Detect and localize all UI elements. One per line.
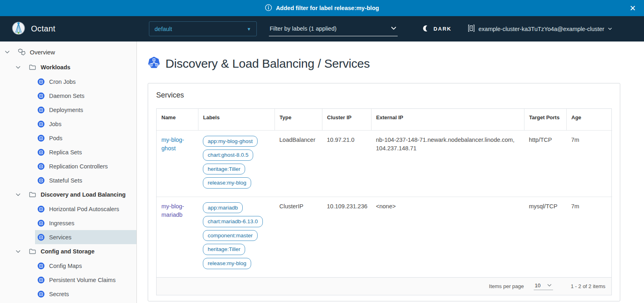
notification-bar: Added filter for label release:my-blog ✕ — [0, 0, 644, 16]
age: 7m — [566, 197, 612, 277]
sidebar-item-cron-jobs[interactable]: Cron Jobs — [35, 75, 136, 89]
sidebar-item-label: Workloads — [41, 64, 70, 71]
sidebar-item-discovery-and-load-balancing[interactable]: Discovery and Load Balancing — [0, 187, 136, 202]
persistent-volume-claims-icon — [37, 276, 45, 284]
sidebar-item-replication-controllers[interactable]: Replication Controllers — [35, 159, 136, 173]
jobs-icon — [37, 120, 45, 128]
sidebar-item-pods[interactable]: Pods — [35, 131, 136, 145]
chevron-down-icon[interactable] — [4, 49, 10, 55]
sidebar-item-config-and-storage[interactable]: Config and Storage — [0, 244, 136, 259]
sidebar-item-daemon-sets[interactable]: Daemon Sets — [35, 89, 136, 103]
sidebar-item-secrets[interactable]: Secrets — [35, 287, 136, 301]
column-header-labels: Labels — [198, 109, 275, 130]
sidebar-item-jobs[interactable]: Jobs — [35, 117, 136, 131]
config-maps-icon — [37, 262, 45, 270]
sidebar-item-horizontal-pod-autoscalers[interactable]: Horizontal Pod Autoscalers — [35, 202, 136, 216]
table-pagination: Items per page 10 1 - 2 of 2 items — [157, 277, 611, 295]
column-header-age: Age — [566, 109, 612, 130]
app-title: Octant — [31, 24, 56, 33]
sidebar-item-label: Jobs — [49, 121, 62, 127]
column-header-cluster-ip: Cluster IP — [322, 109, 371, 130]
notification-text: Added filter for label release:my-blog — [276, 5, 379, 11]
label-filter-dropdown[interactable]: Filter by labels (1 applied) — [269, 21, 398, 36]
main-content: Discovery & Load Balancing / Services Se… — [137, 42, 644, 303]
overview-icon — [18, 48, 26, 56]
sidebar-item-label: Config Maps — [49, 263, 82, 269]
caret-down-icon: ▼ — [247, 27, 251, 31]
replication-controllers-icon — [37, 163, 45, 170]
sidebar-item-label: Daemon Sets — [49, 93, 85, 99]
column-header-target-ports: Target Ports — [524, 109, 566, 130]
items-per-page-label: Items per page — [489, 283, 524, 289]
notification-close-button[interactable]: ✕ — [626, 0, 639, 16]
cron-jobs-icon — [37, 78, 45, 85]
sidebar: OverviewWorkloadsCron JobsDaemon SetsDep… — [0, 42, 137, 303]
moon-icon — [423, 25, 429, 33]
card-title: Services — [156, 91, 612, 100]
app-header: Octant default ▼ Filter by labels (1 app… — [0, 16, 644, 42]
namespace-select[interactable]: default ▼ — [149, 21, 257, 36]
chevron-down-icon[interactable] — [15, 192, 21, 197]
label-pill[interactable]: release:my-blog — [203, 258, 251, 269]
sidebar-item-ingresses[interactable]: Ingresses — [35, 216, 136, 230]
octant-logo — [10, 20, 27, 38]
service-name-link[interactable]: my-blog-ghost — [161, 137, 184, 152]
chevron-down-icon[interactable] — [15, 249, 21, 254]
cluster-ip: 10.109.231.236 — [322, 197, 371, 277]
sidebar-item-label: Replication Controllers — [49, 163, 108, 170]
cluster-ip: 10.97.21.0 — [322, 130, 371, 197]
sidebar-item-label: Replica Sets — [49, 149, 82, 156]
age: 7m — [566, 130, 612, 197]
services-heptagon-icon — [148, 56, 160, 71]
folder-icon — [29, 191, 37, 198]
column-header-name: Name — [157, 109, 198, 130]
sidebar-item-config-maps[interactable]: Config Maps — [35, 259, 136, 273]
sidebar-item-label: Overview — [30, 49, 55, 56]
column-header-external-ip: External IP — [371, 109, 524, 130]
label-pill[interactable]: component:master — [203, 230, 258, 241]
label-pill[interactable]: app:my-blog-ghost — [203, 136, 258, 147]
pagination-range: 1 - 2 of 2 items — [571, 283, 605, 289]
horizontal-pod-autoscalers-icon — [37, 205, 45, 213]
target-ports: mysql/TCP — [524, 197, 566, 277]
label-pill[interactable]: heritage:Tiller — [203, 244, 245, 255]
sidebar-item-label: Discovery and Load Balancing — [41, 191, 126, 198]
theme-label: DARK — [433, 26, 452, 32]
folder-icon — [29, 64, 37, 71]
service-name-link[interactable]: my-blog-mariadb — [161, 203, 184, 218]
sidebar-item-services[interactable]: Services — [35, 230, 136, 244]
label-filter-text: Filter by labels (1 applied) — [270, 25, 336, 32]
deployments-icon — [37, 106, 45, 114]
sidebar-item-replica-sets[interactable]: Replica Sets — [35, 145, 136, 159]
sidebar-item-overview[interactable]: Overview — [0, 44, 136, 60]
sidebar-item-label: Horizontal Pod Autoscalers — [49, 206, 119, 212]
sidebar-item-deployments[interactable]: Deployments — [35, 103, 136, 117]
sidebar-item-stateful-sets[interactable]: Stateful Sets — [35, 173, 136, 187]
service-type: LoadBalancer — [275, 130, 322, 197]
sidebar-item-label: Ingresses — [49, 220, 74, 226]
services-icon — [37, 234, 45, 241]
brand: Octant — [0, 20, 137, 38]
label-pill[interactable]: chart:mariadb-6.13.0 — [203, 216, 263, 227]
label-pill[interactable]: app:mariadb — [203, 202, 243, 214]
page-size-select[interactable]: 10 — [534, 282, 553, 290]
label-pill[interactable]: release:my-blog — [203, 177, 251, 189]
cluster-selector[interactable]: example-cluster-ka3TuTzYo4a@example-clus… — [468, 24, 613, 33]
theme-toggle[interactable]: DARK — [423, 25, 452, 33]
sidebar-item-label: Config and Storage — [41, 248, 95, 255]
chevron-down-icon[interactable] — [15, 64, 21, 70]
label-pill[interactable]: heritage:Tiller — [203, 164, 245, 175]
sidebar-item-workloads[interactable]: Workloads — [0, 60, 136, 75]
external-ip: <none> — [371, 197, 524, 277]
sidebar-item-label: Cron Jobs — [49, 79, 76, 85]
label-pill[interactable]: chart:ghost-8.0.5 — [203, 149, 253, 161]
sidebar-item-label: Persistent Volume Claims — [49, 277, 116, 283]
stateful-sets-icon — [37, 177, 45, 184]
pods-icon — [37, 135, 45, 142]
table-row: my-blog-ghostapp:my-blog-ghostchart:ghos… — [157, 130, 612, 197]
namespace-value: default — [155, 26, 172, 32]
secrets-icon — [37, 291, 45, 298]
sidebar-item-persistent-volume-claims[interactable]: Persistent Volume Claims — [35, 273, 136, 287]
target-ports: http/TCP — [524, 130, 566, 197]
table-row: my-blog-mariadbapp:mariadbchart:mariadb-… — [157, 197, 612, 277]
